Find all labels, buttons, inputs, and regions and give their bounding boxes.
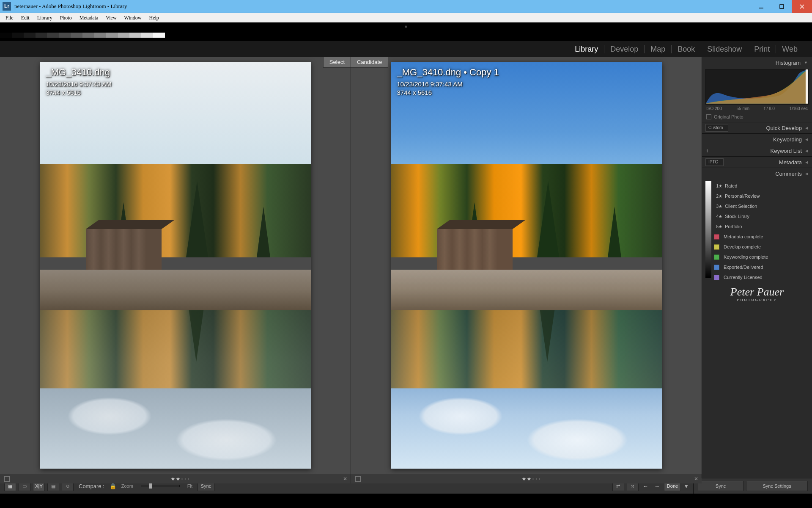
candidate-pick-flag[interactable] <box>355 476 361 482</box>
histogram-header[interactable]: Histogram▼ <box>702 57 812 68</box>
label-metadata-complete[interactable]: Metadata complete <box>702 232 812 242</box>
svg-rect-0 <box>780 5 784 8</box>
module-map[interactable]: Map <box>645 41 671 57</box>
select-photo[interactable]: _MG_3410.dng 10/23/2016 9:37:43 AM 3744 … <box>40 62 311 469</box>
candidate-datetime: 10/23/2016 9:37:43 AM <box>397 80 499 88</box>
svg-rect-1 <box>806 69 808 104</box>
menu-file[interactable]: File <box>2 13 17 22</box>
window-titlebar: Lr peterpauer - Adobe Photoshop Lightroo… <box>0 0 812 13</box>
color-label-set: 1★Rated 2★Personal/Review 3★Client Selec… <box>702 181 812 282</box>
app-logo: Lr <box>3 2 11 11</box>
sync-settings-button[interactable]: Sync Settings <box>746 481 808 491</box>
lock-icon[interactable]: 🔒 <box>110 483 116 489</box>
label-currently-licensed[interactable]: Currently Licensed <box>702 272 812 282</box>
menu-library[interactable]: Library <box>33 13 56 22</box>
histogram[interactable] <box>705 69 809 105</box>
maximize-button[interactable] <box>771 0 792 13</box>
candidate-infobar: ★★••• ✕ <box>351 474 702 483</box>
label-stock-library[interactable]: 4★Stock Lirary <box>702 211 812 221</box>
original-photo-toggle[interactable]: Original Photo <box>702 113 812 122</box>
label-exported-delivered[interactable]: Exported/Delivered <box>702 262 812 272</box>
hist-focal: 55 mm <box>736 106 749 111</box>
grayscale-target <box>0 33 165 38</box>
module-book[interactable]: Book <box>672 41 701 57</box>
label-personal-review[interactable]: 2★Personal/Review <box>702 191 812 201</box>
hist-shutter: 1/160 sec <box>790 106 808 111</box>
sync-button[interactable]: Sync <box>698 481 743 491</box>
candidate-tag: Candidate <box>351 57 388 68</box>
metadata-preset[interactable]: IPTC <box>705 158 724 166</box>
top-panel-toggle-icon[interactable]: ▲ <box>404 24 408 28</box>
swatch-yellow-icon <box>714 244 719 250</box>
label-rated[interactable]: 1★Rated <box>702 181 812 191</box>
swatch-purple-icon <box>714 275 719 280</box>
keywording-header[interactable]: Keywording◀ <box>702 133 812 145</box>
next-icon[interactable]: → <box>653 483 661 489</box>
label-client-selection[interactable]: 3★Client Selection <box>702 201 812 211</box>
chevron-icon: ◀ <box>805 160 808 164</box>
histogram-meta: ISO 200 55 mm f / 8.0 1/160 sec <box>702 105 812 113</box>
menu-help[interactable]: Help <box>145 13 162 22</box>
menu-view[interactable]: View <box>102 13 120 22</box>
compare-label: Compare : <box>79 483 104 489</box>
identity-strip: ▲ <box>0 22 812 41</box>
zoom-slider[interactable] <box>141 485 180 487</box>
module-print[interactable]: Print <box>748 41 776 57</box>
select-rating[interactable]: ★★••• <box>171 476 190 482</box>
right-toolbar: Sync Sync Settings <box>693 478 812 494</box>
select-tag: Select <box>323 57 351 68</box>
prev-icon[interactable]: ← <box>641 483 650 489</box>
minimize-button[interactable] <box>751 0 771 13</box>
candidate-filename: _MG_3410.dng • Copy 1 <box>397 66 499 78</box>
select-infobar: ★★••• ✕ <box>0 474 351 483</box>
chevron-icon: ◀ <box>805 138 808 141</box>
module-library[interactable]: Library <box>569 41 604 57</box>
menu-edit[interactable]: Edit <box>17 13 33 22</box>
candidate-close-icon[interactable]: ✕ <box>694 476 698 482</box>
chevron-icon: ◀ <box>805 149 808 153</box>
quick-develop-preset[interactable]: Custom <box>705 124 728 132</box>
module-develop[interactable]: Develop <box>604 41 644 57</box>
checkbox-icon <box>706 114 711 119</box>
chevron-icon: ◀ <box>805 172 808 176</box>
comments-header[interactable]: Comments◀ <box>702 168 812 179</box>
select-pick-flag[interactable] <box>4 476 10 482</box>
hist-iso: ISO 200 <box>706 106 722 111</box>
quick-develop-header[interactable]: Custom Quick Develop◀ <box>702 122 812 133</box>
hist-aperture: f / 8.0 <box>764 106 775 111</box>
menu-photo[interactable]: Photo <box>56 13 76 22</box>
menu-bar: File Edit Library Photo Metadata View Wi… <box>0 13 812 22</box>
module-web[interactable]: Web <box>776 41 804 57</box>
module-slideshow[interactable]: Slideshow <box>701 41 748 57</box>
candidate-panel: Candidate _MG_3410.dng • Copy 1 10/23/20… <box>351 57 702 474</box>
swatch-blue-icon <box>714 265 719 270</box>
swatch-red-icon <box>714 234 719 240</box>
keyword-list-header[interactable]: +Keyword List◀ <box>702 145 812 156</box>
select-close-icon[interactable]: ✕ <box>343 476 347 482</box>
candidate-photo[interactable]: _MG_3410.dng • Copy 1 10/23/2016 9:37:43… <box>391 62 662 469</box>
zoom-label: Zoom <box>121 483 133 489</box>
candidate-rating[interactable]: ★★••• <box>522 476 541 482</box>
tone-strip <box>705 181 711 278</box>
select-panel: Select _MG_3410.dng 10/23/2016 9:37:43 A… <box>0 57 351 474</box>
candidate-dimensions: 3744 x 5616 <box>397 88 499 97</box>
close-button[interactable] <box>792 0 812 13</box>
plus-icon[interactable]: + <box>705 147 709 154</box>
label-keywording-complete[interactable]: Keywording complete <box>702 252 812 262</box>
swatch-green-icon <box>714 254 719 260</box>
right-panel: Histogram▼ ISO 200 55 mm f / 8.0 1/160 s… <box>702 57 812 478</box>
toolbar-menu-icon[interactable]: ▼ <box>683 483 689 489</box>
identity-plate: Peter Pauer PHOTOGRAPHY <box>730 287 784 303</box>
main-compare-area: Select _MG_3410.dng 10/23/2016 9:37:43 A… <box>0 57 702 478</box>
module-picker: Library Develop Map Book Slideshow Print… <box>0 41 812 57</box>
select-filename: _MG_3410.dng <box>46 66 112 78</box>
label-portfolio[interactable]: 5★Portfolio <box>702 221 812 232</box>
label-develop-complete[interactable]: Develop complete <box>702 242 812 252</box>
menu-metadata[interactable]: Metadata <box>76 13 102 22</box>
chevron-icon: ◀ <box>805 126 808 130</box>
menu-window[interactable]: Window <box>121 13 145 22</box>
fit-label: Fit <box>187 483 192 489</box>
select-datetime: 10/23/2016 9:37:43 AM <box>46 80 112 88</box>
select-dimensions: 3744 x 5616 <box>46 88 112 97</box>
metadata-header[interactable]: IPTC Metadata◀ <box>702 156 812 168</box>
